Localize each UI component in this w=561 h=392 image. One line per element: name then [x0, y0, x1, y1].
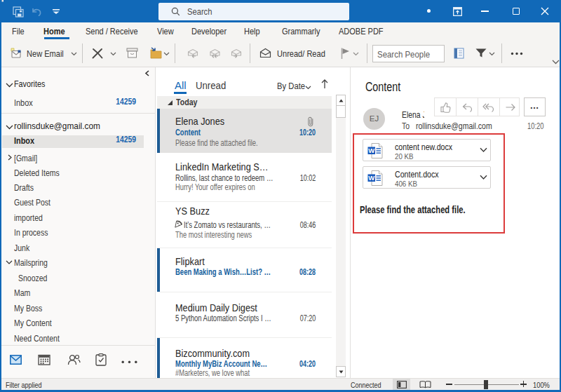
svg-text:W: W — [368, 174, 374, 182]
svg-text:W: W — [368, 147, 374, 154]
